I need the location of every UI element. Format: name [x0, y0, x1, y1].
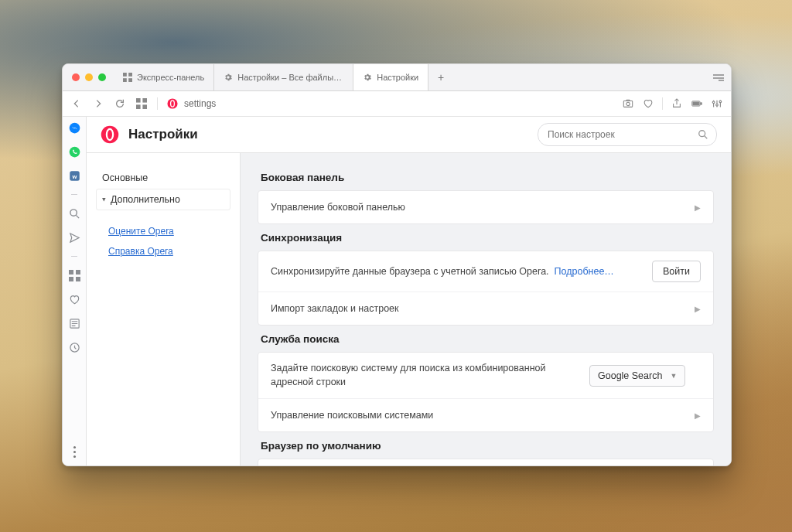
- url-field[interactable]: settings: [167, 98, 613, 109]
- section-title: Служба поиска: [261, 333, 711, 345]
- history-icon[interactable]: [68, 341, 80, 353]
- maximize-window[interactable]: [98, 73, 106, 81]
- mac-traffic-lights: [63, 73, 114, 81]
- news-icon[interactable]: [68, 317, 80, 329]
- row-sidebar-manage[interactable]: Управление боковой панелью ▶: [258, 191, 713, 223]
- sidebar-iconbar: w: [63, 117, 87, 466]
- svg-rect-5: [142, 98, 147, 103]
- svg-point-32: [108, 130, 112, 139]
- settings-search-input[interactable]: [546, 128, 698, 141]
- svg-rect-1: [128, 73, 132, 77]
- speed-dial-icon[interactable]: [135, 97, 148, 110]
- nav-advanced[interactable]: Дополнительно: [96, 189, 230, 210]
- row-search-manage[interactable]: Управление поисковыми системами ▶: [258, 398, 713, 431]
- messenger-icon[interactable]: [68, 121, 80, 134]
- login-button[interactable]: Войти: [652, 261, 701, 282]
- search-icon[interactable]: [68, 207, 80, 220]
- svg-rect-0: [123, 73, 127, 77]
- search-engine-select[interactable]: Google Search ▼: [589, 365, 685, 387]
- sliders-icon[interactable]: [711, 97, 723, 110]
- heart-icon[interactable]: [642, 97, 654, 110]
- url-text: settings: [184, 98, 216, 109]
- link-rate-opera[interactable]: Оцените Opera: [96, 221, 230, 241]
- svg-point-10: [171, 101, 174, 107]
- svg-rect-27: [76, 277, 80, 281]
- row-label: Управление поисковыми системами: [271, 410, 685, 421]
- section-sidebar: Боковая панель Управление боковой панель…: [258, 172, 714, 224]
- settings-main: Основные Дополнительно Оцените Opera Спр…: [87, 153, 731, 466]
- svg-point-23: [70, 209, 76, 215]
- tab-label: Настройки: [377, 73, 418, 82]
- card: Управление боковой панелью ▶: [258, 190, 714, 224]
- minimize-window[interactable]: [85, 73, 93, 81]
- chevron-right-icon: ▶: [695, 203, 701, 212]
- speed-dial-icon: [123, 73, 132, 82]
- forward-button[interactable]: [92, 97, 104, 110]
- row-label: Управление боковой панелью: [271, 202, 685, 213]
- tab-label: Экспресс-панель: [137, 73, 204, 82]
- svg-rect-25: [76, 270, 80, 275]
- back-button[interactable]: [70, 97, 83, 110]
- settings-search[interactable]: [538, 123, 717, 146]
- section-search-engine: Служба поиска Задайте поисковую систему …: [258, 333, 714, 432]
- svg-rect-7: [142, 104, 147, 109]
- settings-header: Настройки: [87, 117, 731, 153]
- row-search-default: Задайте поисковую систему для поиска из …: [258, 353, 713, 398]
- svg-rect-14: [693, 102, 699, 105]
- flow-icon[interactable]: [68, 231, 80, 244]
- select-value: Google Search: [598, 370, 662, 381]
- svg-point-12: [626, 102, 630, 105]
- chevron-right-icon: ▶: [695, 305, 701, 313]
- opera-logo-icon: [101, 125, 119, 144]
- row-sync-login: Синхронизируйте данные браузера с учетно…: [258, 251, 713, 292]
- tab-settings[interactable]: Настройки: [353, 64, 428, 90]
- card: Браузер по умолчанию: [258, 459, 714, 466]
- svg-rect-3: [128, 78, 132, 82]
- card: Задайте поисковую систему для поиска из …: [258, 352, 714, 432]
- link-help-opera[interactable]: Справка Opera: [96, 241, 230, 261]
- gear-icon: [363, 73, 372, 82]
- close-window[interactable]: [72, 73, 80, 81]
- row-label: Синхронизируйте данные браузера с учетно…: [271, 266, 643, 277]
- browser-window: Экспресс-панель Настройки – Все файлы co…: [62, 63, 732, 466]
- search-icon: [698, 129, 708, 140]
- settings-content: Боковая панель Управление боковой панель…: [241, 153, 731, 466]
- row-label: Задайте поисковую систему для поиска из …: [271, 362, 580, 389]
- row-label: Импорт закладок и настроек: [271, 303, 685, 314]
- page-title: Настройки: [128, 127, 198, 142]
- whatsapp-icon[interactable]: [68, 145, 80, 158]
- svg-point-33: [699, 131, 705, 137]
- learn-more-link[interactable]: Подробнее…: [555, 266, 614, 277]
- share-icon[interactable]: [671, 97, 683, 110]
- divider: [71, 256, 77, 257]
- settings-nav: Основные Дополнительно Оцените Opera Спр…: [87, 153, 241, 466]
- reload-button[interactable]: [114, 97, 126, 110]
- opera-icon: [167, 98, 178, 109]
- tab-menu-button[interactable]: [706, 64, 731, 90]
- new-tab-button[interactable]: +: [428, 64, 453, 90]
- svg-rect-4: [136, 98, 141, 103]
- section-title: Синхронизация: [261, 232, 711, 244]
- snapshot-icon[interactable]: [622, 97, 634, 110]
- section-default-browser: Браузер по умолчанию Браузер по умолчани…: [258, 440, 714, 466]
- tab-speed-dial[interactable]: Экспресс-панель: [114, 64, 214, 90]
- nav-basic[interactable]: Основные: [96, 167, 230, 189]
- card: Синхронизируйте данные браузера с учетно…: [258, 251, 714, 326]
- speed-dial-icon[interactable]: [68, 269, 80, 281]
- more-icon[interactable]: [73, 446, 76, 458]
- section-title: Боковая панель: [261, 172, 711, 183]
- svg-rect-6: [136, 104, 141, 109]
- battery-icon[interactable]: [691, 97, 703, 110]
- address-bar-actions: [622, 97, 723, 110]
- row-default-browser[interactable]: Браузер по умолчанию: [258, 459, 713, 466]
- browser-content: w Настройки: [63, 117, 731, 466]
- tab-settings-files[interactable]: Настройки – Все файлы co: [214, 64, 353, 90]
- svg-point-20: [69, 146, 80, 157]
- row-sync-import[interactable]: Импорт закладок и настроек ▶: [258, 292, 713, 325]
- gear-icon: [224, 73, 233, 82]
- svg-text:w: w: [71, 172, 77, 179]
- svg-rect-11: [623, 101, 632, 107]
- vk-icon[interactable]: w: [68, 169, 80, 182]
- heart-icon[interactable]: [68, 293, 80, 305]
- address-bar: settings: [63, 91, 731, 117]
